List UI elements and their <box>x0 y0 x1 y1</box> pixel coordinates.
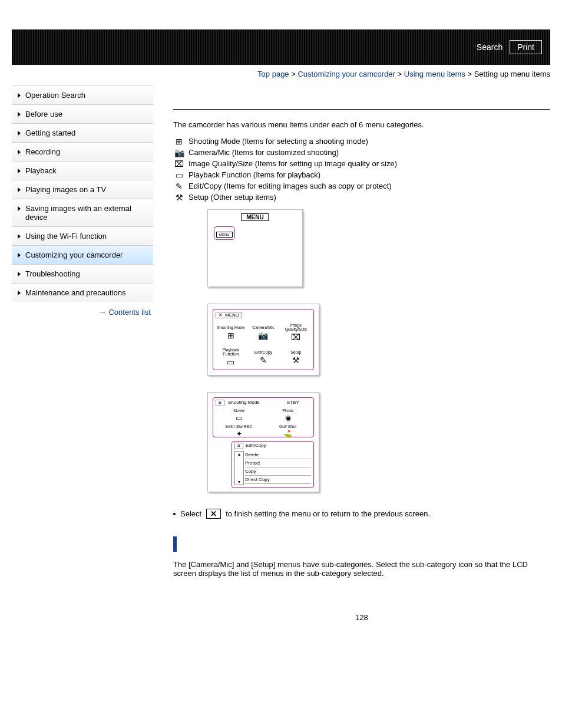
sidebar-item-playing-images-tv[interactable]: Playing images on a TV <box>12 180 153 199</box>
sidebar-item-wifi[interactable]: Using the Wi-Fi function <box>12 226 153 245</box>
chevron-up-icon: ▴ <box>238 452 240 457</box>
category-text: Camera/Mic (Items for customized shootin… <box>189 148 339 157</box>
finish-text-pre: Select <box>180 509 201 518</box>
playback-icon: ▭ <box>227 357 234 367</box>
sidebar-item-label: Playing images on a TV <box>25 185 106 194</box>
bullet-icon <box>173 513 176 515</box>
sidebar-item-label: Maintenance and precautions <box>25 288 126 297</box>
sidebar-item-label: Before use <box>25 110 62 118</box>
sidebar-item-label: Getting started <box>25 129 75 137</box>
category-list: ⊞Shooting Mode (Items for selecting a sh… <box>173 137 550 202</box>
shooting-mode-icon: ⊞ <box>173 137 185 146</box>
contents-list-link[interactable]: Contents list <box>108 308 151 317</box>
chevron-right-icon <box>18 150 21 154</box>
scrollbar: ▴▾ <box>234 451 244 485</box>
camera-mic-icon: 📷 <box>173 149 185 157</box>
sidebar-item-label: Operation Search <box>25 91 85 100</box>
illustration-menu-grid: ✕MENU Shooting Mode⊞ Camera/Mic📷 Image Q… <box>207 304 319 375</box>
category-text: Setup (Other setup items) <box>189 193 276 202</box>
sidebar-item-customizing[interactable]: Customizing your camcorder <box>12 245 153 264</box>
setup-icon: ⚒ <box>292 355 300 365</box>
chevron-down-icon: ▾ <box>238 479 240 485</box>
camera-mic-icon: 📷 <box>258 331 268 340</box>
search-link[interactable]: Search <box>477 42 503 52</box>
chevron-right-icon <box>18 272 21 276</box>
menu-header: MENU <box>225 312 239 318</box>
finish-text-post: to finish setting the menu or to return … <box>226 509 430 518</box>
sidebar-item-saving-external[interactable]: Saving images with an external device <box>12 199 153 226</box>
chevron-right-icon <box>18 253 21 258</box>
intro-text: The camcorder has various menu items und… <box>173 120 550 129</box>
sidebar-item-getting-started[interactable]: Getting started <box>12 123 153 142</box>
image-quality-icon: ⌧ <box>173 160 185 168</box>
sidebar-item-label: Saving images with an external device <box>25 204 148 222</box>
print-button[interactable]: Print <box>510 40 542 54</box>
edit-copy-icon: ✎ <box>260 355 267 365</box>
golf-shot-icon: ⛳ <box>265 430 311 438</box>
category-text: Shooting Mode (Items for selecting a sho… <box>189 137 368 146</box>
sidebar-item-recording[interactable]: Recording <box>12 142 153 161</box>
chevron-right-icon <box>18 131 21 136</box>
category-text: Edit/Copy (Items for editing images such… <box>189 182 392 190</box>
breadcrumb-current: Setting up menu items <box>474 70 550 78</box>
sidebar-item-label: Customizing your camcorder <box>25 251 123 259</box>
breadcrumb-customizing[interactable]: Customizing your camcorder <box>297 70 395 78</box>
movie-icon: ▭ <box>216 414 262 422</box>
main-content: The camcorder has various menu items und… <box>153 85 550 622</box>
page-number: 128 <box>173 613 550 622</box>
setup-icon: ⚒ <box>173 193 185 202</box>
image-quality-icon: ⌧ <box>291 332 300 342</box>
edit-copy-icon: ✎ <box>173 182 185 190</box>
illustration-submenu: ✕Shooting ModeSTBY Movie▭ Photo◉ Smth Sl… <box>207 392 319 492</box>
chevron-right-icon <box>18 206 21 211</box>
sidebar-item-before-use[interactable]: Before use <box>12 104 153 123</box>
illustration-menu-tap: MENU MENU <box>207 209 303 287</box>
finish-instruction: Select ✕ to finish setting the menu or t… <box>173 509 550 519</box>
sidebar-item-troubleshooting[interactable]: Troubleshooting <box>12 264 153 283</box>
close-icon: ✕ <box>219 312 223 318</box>
sidebar-item-label: Using the Wi-Fi function <box>25 232 107 241</box>
chevron-right-icon <box>18 234 21 239</box>
close-icon: ✕ <box>234 443 243 449</box>
breadcrumb: Top page > Customizing your camcorder > … <box>12 70 550 78</box>
shooting-mode-icon: ⊞ <box>227 331 234 340</box>
playback-icon: ▭ <box>173 171 185 179</box>
category-text: Image Quality/Size (Items for setting up… <box>189 159 397 168</box>
photo-icon: ◉ <box>265 414 311 422</box>
sidebar: Operation Search Before use Getting star… <box>12 85 153 622</box>
chevron-right-icon <box>18 187 21 192</box>
category-text: Playback Function (Items for playback) <box>189 170 320 179</box>
top-bar: Search Print <box>12 29 550 65</box>
sidebar-item-label: Recording <box>25 147 60 156</box>
chevron-right-icon <box>18 169 21 173</box>
sidebar-item-maintenance[interactable]: Maintenance and precautions <box>12 283 153 302</box>
sidebar-item-label: Troubleshooting <box>25 269 80 278</box>
divider <box>173 109 550 110</box>
breadcrumb-top[interactable]: Top page <box>257 70 289 78</box>
sidebar-item-label: Playback <box>25 166 57 175</box>
breadcrumb-using-menu[interactable]: Using menu items <box>404 70 465 78</box>
slow-rec-icon: ✦ <box>216 430 262 438</box>
chevron-right-icon <box>18 291 21 295</box>
sidebar-item-operation-search[interactable]: Operation Search <box>12 85 153 104</box>
chevron-right-icon <box>18 93 21 98</box>
close-button-icon: ✕ <box>206 509 221 519</box>
close-icon: ✕ <box>216 400 224 406</box>
subcategory-note: The [Camera/Mic] and [Setup] menus have … <box>173 560 550 578</box>
chevron-right-icon <box>18 112 21 117</box>
section-marker <box>173 536 177 552</box>
menu-label: MENU <box>241 213 269 221</box>
arrow-right-icon: → <box>98 308 106 317</box>
sidebar-item-playback[interactable]: Playback <box>12 161 153 180</box>
menu-button-highlight: MENU <box>214 226 235 240</box>
